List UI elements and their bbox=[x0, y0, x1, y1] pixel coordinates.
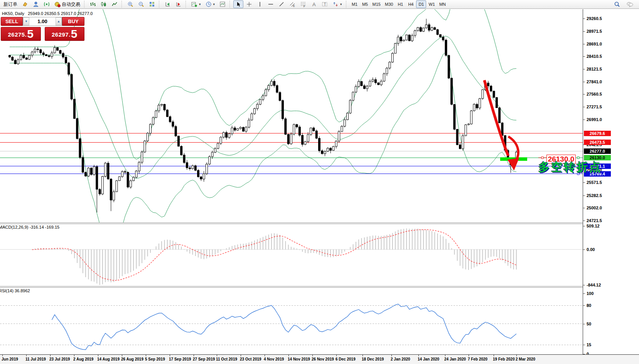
timeframe-button-w1[interactable]: W1 bbox=[427, 0, 437, 8]
toolbar-separator bbox=[84, 1, 86, 8]
timeframe-button-mn[interactable]: MN bbox=[437, 0, 448, 8]
charts-toolbar-icon[interactable] bbox=[20, 0, 30, 8]
search-button[interactable] bbox=[612, 0, 622, 8]
time-tick bbox=[516, 355, 517, 356]
cursor-icon bbox=[235, 1, 241, 7]
time-tick-label: 6 Dec 2019 bbox=[336, 357, 356, 361]
svg-text:A: A bbox=[312, 2, 316, 7]
timeframe-button-m30[interactable]: M30 bbox=[383, 0, 395, 8]
arrows-tool-button[interactable]: ▾ bbox=[330, 0, 344, 8]
time-tick bbox=[241, 355, 241, 356]
text-label-tool-button[interactable]: T bbox=[320, 0, 330, 8]
vertical-line-tool-button[interactable] bbox=[255, 0, 265, 8]
time-tick bbox=[170, 355, 170, 356]
fibonacci-tool-button[interactable]: F bbox=[298, 0, 308, 8]
periods-button[interactable]: ▾ bbox=[204, 0, 217, 8]
channel-tool-button[interactable]: E bbox=[287, 0, 297, 8]
price-axis[interactable]: 29260.528971.528691.028410.528121.527841… bbox=[583, 9, 639, 354]
rsi-indicator-chart[interactable] bbox=[0, 288, 583, 354]
time-tick-label: 18 Dec 2019 bbox=[362, 357, 384, 361]
time-tick-label: 7 Feb 2020 bbox=[468, 357, 487, 361]
chart-shift-button[interactable] bbox=[174, 0, 184, 8]
timeframe-button-m5[interactable]: M5 bbox=[360, 0, 370, 8]
add-indicator-button[interactable]: ▾ bbox=[189, 0, 203, 8]
auto-trading-button[interactable]: 自动交易 bbox=[52, 0, 82, 8]
vertical-line-icon bbox=[257, 1, 263, 7]
signals-button[interactable] bbox=[42, 0, 52, 8]
shapes-arrows-icon bbox=[332, 1, 339, 7]
chat-button[interactable] bbox=[624, 0, 635, 8]
candlestick-chart-button[interactable] bbox=[99, 0, 109, 8]
timeframe-button-m1[interactable]: M1 bbox=[350, 0, 360, 8]
time-tick bbox=[98, 355, 98, 356]
time-tick bbox=[391, 355, 392, 356]
time-tick bbox=[194, 355, 194, 356]
time-tick-label: 26 Nov 2019 bbox=[312, 357, 334, 361]
bar-chart-button[interactable] bbox=[88, 0, 98, 8]
new-order-label: 新订单 bbox=[3, 1, 17, 8]
text-label-icon: T bbox=[322, 1, 328, 7]
volume-stepper[interactable]: ▼ 1.00 ▲ bbox=[23, 17, 62, 26]
auto-trading-label: 自动交易 bbox=[62, 1, 80, 8]
text-icon: A bbox=[311, 1, 317, 7]
tile-windows-icon bbox=[149, 1, 155, 7]
time-tick bbox=[2, 355, 3, 356]
new-order-button[interactable]: 新订单 bbox=[2, 0, 19, 8]
buy-price-display[interactable]: 26297. 5 bbox=[45, 27, 85, 41]
timeframe-button-h4[interactable]: H4 bbox=[406, 0, 416, 8]
timeframe-button-h1[interactable]: H1 bbox=[395, 0, 405, 8]
turning-point-text[interactable]: 多空转折点 bbox=[538, 160, 602, 175]
rsi-line bbox=[52, 304, 517, 350]
line-chart-icon bbox=[111, 1, 118, 7]
trade-prices-row: 26275. 5 26297. 5 bbox=[1, 27, 84, 41]
candlestick-icon bbox=[101, 1, 107, 7]
time-tick bbox=[469, 355, 469, 356]
buy-price-main: 26297. bbox=[52, 30, 71, 40]
time-tick bbox=[122, 355, 122, 356]
auto-scroll-button[interactable] bbox=[163, 0, 173, 8]
add-indicator-icon bbox=[191, 1, 197, 7]
time-tick-label: 2 Aug 2019 bbox=[73, 357, 93, 361]
gold-document-icon bbox=[22, 1, 28, 7]
buy-button[interactable]: BUY bbox=[62, 17, 84, 26]
time-axis[interactable]: Jun 201911 Jul 201923 Jul 20192 Aug 2019… bbox=[0, 354, 639, 364]
templates-button[interactable] bbox=[217, 0, 228, 8]
text-tool-button[interactable]: A bbox=[309, 0, 319, 8]
trendline-tool-button[interactable] bbox=[277, 0, 287, 8]
toolbar-separator bbox=[229, 1, 231, 8]
timeframe-button-d1[interactable]: D1 bbox=[416, 0, 426, 8]
fibonacci-icon: F bbox=[300, 1, 306, 7]
line-chart-button[interactable] bbox=[110, 0, 120, 8]
horizontal-line-tool-button[interactable] bbox=[266, 0, 276, 8]
trade-controls-row: SELL ▼ 1.00 ▲ BUY bbox=[1, 17, 84, 26]
time-tick-label: 5 Sep 2019 bbox=[145, 357, 165, 361]
profile-button[interactable] bbox=[31, 0, 41, 8]
time-tick bbox=[312, 355, 313, 356]
cursor-tool-button[interactable] bbox=[233, 0, 243, 8]
chart-header: HK50, Daily 25949.0 26350.5 25917.0 2627… bbox=[2, 11, 93, 16]
volume-increase-button[interactable]: ▲ bbox=[56, 17, 62, 25]
bar-chart-icon bbox=[90, 1, 96, 7]
chat-bubbles-icon bbox=[626, 1, 633, 7]
volume-value[interactable]: 1.00 bbox=[29, 19, 56, 24]
crosshair-tool-button[interactable] bbox=[244, 0, 254, 8]
time-tick bbox=[418, 355, 419, 356]
sell-button[interactable]: SELL bbox=[1, 17, 23, 26]
zoom-out-button[interactable] bbox=[136, 0, 146, 8]
time-tick bbox=[217, 355, 217, 356]
zoom-in-button[interactable] bbox=[125, 0, 135, 8]
time-tick-label: 23 Jul 2019 bbox=[49, 357, 70, 361]
timeframe-button-m15[interactable]: M15 bbox=[371, 0, 383, 8]
time-tick-label: 27 Sep 2019 bbox=[193, 357, 215, 361]
svg-text:E: E bbox=[293, 5, 295, 7]
macd-indicator-chart[interactable] bbox=[0, 224, 583, 286]
price-level-tag: 26679.6 bbox=[584, 131, 611, 136]
tile-windows-button[interactable] bbox=[147, 0, 157, 8]
candles-layer bbox=[9, 19, 518, 212]
time-tick bbox=[50, 355, 51, 356]
sell-price-display[interactable]: 26275. 5 bbox=[1, 27, 41, 41]
main-price-chart[interactable] bbox=[0, 9, 583, 222]
time-tick-label: 2 Mar 2020 bbox=[516, 357, 535, 361]
volume-decrease-button[interactable]: ▼ bbox=[23, 17, 29, 25]
svg-text:T: T bbox=[324, 2, 326, 7]
